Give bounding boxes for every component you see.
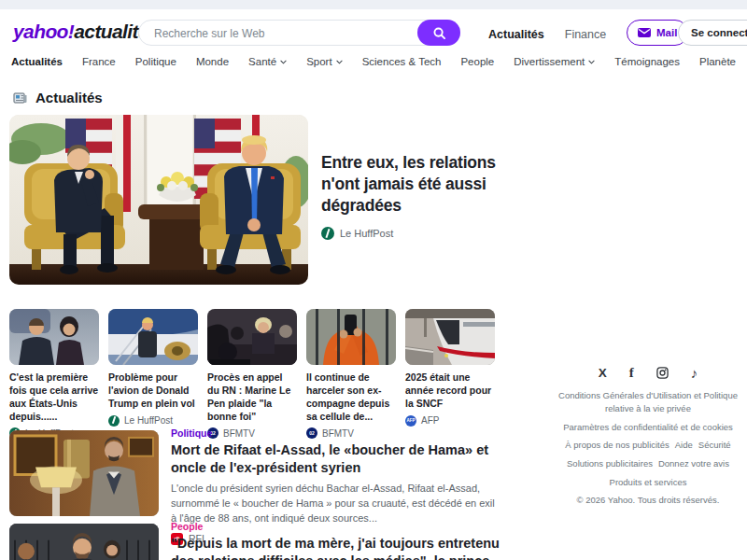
section-header: Actualités xyxy=(13,90,103,105)
newspaper-icon xyxy=(13,91,28,105)
huffpost-logo-icon xyxy=(108,415,120,427)
nav-label: Divertissement xyxy=(514,56,585,67)
footer-link-line-3: À propos de nos publicitésAideSécurité xyxy=(549,439,747,452)
nav-item-politique[interactable]: Politique xyxy=(135,56,176,67)
tiktok-icon[interactable]: ♪ xyxy=(691,366,698,380)
footer-link-ad-solutions[interactable]: Solutions publicitaires xyxy=(567,458,653,469)
nav-label: Politique xyxy=(135,56,176,67)
news-card-2-image[interactable] xyxy=(108,309,198,365)
nav-item-planete[interactable]: Planète xyxy=(699,56,736,67)
category-badge-politique[interactable]: Politique xyxy=(171,427,500,439)
news-card-1-title[interactable]: C'est la première fois que cela arrive a… xyxy=(9,371,99,423)
nav-item-actualites[interactable]: Actualités xyxy=(11,56,63,67)
footer-copyright: © 2026 Yahoo. Tous droits réservés. xyxy=(549,495,747,505)
news-card-1: C'est la première fois que cela arrive a… xyxy=(9,309,99,439)
header-link-finance[interactable]: Finance xyxy=(565,28,606,41)
nav-item-sante[interactable]: Santé xyxy=(248,56,287,67)
hero-article-title[interactable]: Entre eux, les relations n'ont jamais ét… xyxy=(321,152,525,216)
hero-source-row: Le HuffPost xyxy=(321,227,525,240)
yahoo-actualites-page: yahoo!actualités Actualités Finance Plus… xyxy=(0,0,747,560)
nav-item-france[interactable]: France xyxy=(82,56,116,67)
nav-item-monde[interactable]: Monde xyxy=(196,56,229,67)
source-label: AFP xyxy=(421,415,439,426)
chevron-down-icon xyxy=(280,60,287,64)
afp-logo-icon: AFP xyxy=(405,415,416,427)
footer-legal-block: X f ♪ Conditions Générales d'Utilisation… xyxy=(549,366,747,505)
nav-item-divertissement[interactable]: Divertissement xyxy=(514,56,595,67)
source-label: Le HuffPost xyxy=(124,415,173,426)
hero-article-text: Entre eux, les relations n'ont jamais ét… xyxy=(321,152,525,240)
section-title: Actualités xyxy=(35,90,103,105)
article-people: People "Depuis la mort de ma mère, j'ai … xyxy=(171,521,500,560)
nav-label: Monde xyxy=(196,56,229,67)
x-icon[interactable]: X xyxy=(599,367,607,380)
footer-link-conditions[interactable]: Conditions Générales d'Utilisation et Po… xyxy=(549,389,747,415)
nav-item-sciences-tech[interactable]: Sciences & Tech xyxy=(362,56,442,67)
news-card-3-image[interactable] xyxy=(207,309,297,365)
footer-link-products[interactable]: Produits et services xyxy=(549,476,747,489)
nav-label: People xyxy=(460,56,494,67)
article-people-title[interactable]: "Depuis la mort de ma mère, j'ai toujour… xyxy=(171,535,500,560)
news-card-4-title[interactable]: Il continue de harceler son ex-compagne … xyxy=(306,371,396,423)
footer-link-cookies[interactable]: Paramètres de confidentialité et de cook… xyxy=(549,421,747,434)
huffpost-logo-icon xyxy=(321,227,334,240)
article-people-thumbnail[interactable] xyxy=(9,524,159,560)
article-politique-summary: L'oncle du président syrien déchu Bachar… xyxy=(171,482,500,526)
search-input[interactable] xyxy=(152,21,408,46)
mail-icon xyxy=(638,28,651,37)
category-badge-people[interactable]: People xyxy=(171,521,500,532)
nav-label: Témoignages xyxy=(614,56,680,67)
footer-link-ads[interactable]: À propos de nos publicités xyxy=(565,440,669,450)
nav-label: Santé xyxy=(248,56,276,67)
news-card-1-image[interactable] xyxy=(9,309,99,365)
news-card-5-title[interactable]: 2025 était une année record pour la SNCF xyxy=(405,371,495,411)
article-politique-thumbnail[interactable] xyxy=(9,430,159,516)
chevron-down-icon xyxy=(336,60,343,64)
search-button[interactable] xyxy=(417,20,460,46)
news-card-2-title[interactable]: Problème pour l'avion de Donald Trump en… xyxy=(108,371,198,411)
footer-link-help[interactable]: Aide xyxy=(675,440,693,450)
footer-link-line-4: Solutions publicitairesDonnez votre avis xyxy=(549,457,747,470)
nav-label: Planète xyxy=(699,56,736,67)
nav-item-sport[interactable]: Sport xyxy=(306,56,343,67)
hero-source-label: Le HuffPost xyxy=(340,228,393,239)
header-link-actualites[interactable]: Actualités xyxy=(488,28,544,41)
footer-link-security[interactable]: Sécurité xyxy=(698,440,731,450)
news-card-4: Il continue de harceler son ex-compagne … xyxy=(306,309,396,439)
signin-button[interactable]: Se connecter xyxy=(678,20,747,46)
nav-label: Actualités xyxy=(11,56,63,67)
nav-label: Sciences & Tech xyxy=(362,56,442,67)
nav-label: France xyxy=(82,56,116,67)
facebook-icon[interactable]: f xyxy=(629,366,634,380)
chevron-down-icon xyxy=(588,60,595,64)
news-card-5: 2025 était une année record pour la SNCF… xyxy=(405,309,495,439)
top-strip xyxy=(0,0,747,9)
nav-item-people[interactable]: People xyxy=(460,56,494,67)
news-card-2-source: Le HuffPost xyxy=(108,415,198,427)
footer-link-feedback[interactable]: Donnez votre avis xyxy=(658,458,729,469)
instagram-icon[interactable] xyxy=(656,367,669,379)
social-icons-row: X f ♪ xyxy=(549,366,747,380)
news-card-5-image[interactable] xyxy=(405,309,495,365)
news-card-5-source: AFP AFP xyxy=(405,415,495,427)
card-row: C'est la première fois que cela arrive a… xyxy=(9,309,499,439)
news-card-4-image[interactable] xyxy=(306,309,396,365)
search-bar[interactable] xyxy=(138,20,460,46)
nav-item-temoignages[interactable]: Témoignages xyxy=(614,56,680,67)
logo-yahoo-text: yahoo! xyxy=(13,21,74,42)
yahoo-actualites-logo[interactable]: yahoo!actualités xyxy=(13,21,159,43)
hero-article-image[interactable] xyxy=(9,115,308,285)
signin-label: Se connecter xyxy=(691,27,747,38)
mail-label: Mail xyxy=(656,27,677,38)
nav-label: Sport xyxy=(306,56,332,67)
main-nav: Actualités France Politique Monde Santé … xyxy=(11,56,745,67)
news-card-2: Problème pour l'avion de Donald Trump en… xyxy=(108,309,198,439)
news-card-3-title[interactable]: Procès en appel du RN : Marine Le Pen pl… xyxy=(207,371,297,423)
article-politique-title[interactable]: Mort de Rifaat el-Assad, le «boucher de … xyxy=(171,441,500,477)
search-icon xyxy=(432,26,446,40)
news-card-3: Procès en appel du RN : Marine Le Pen pl… xyxy=(207,309,297,439)
